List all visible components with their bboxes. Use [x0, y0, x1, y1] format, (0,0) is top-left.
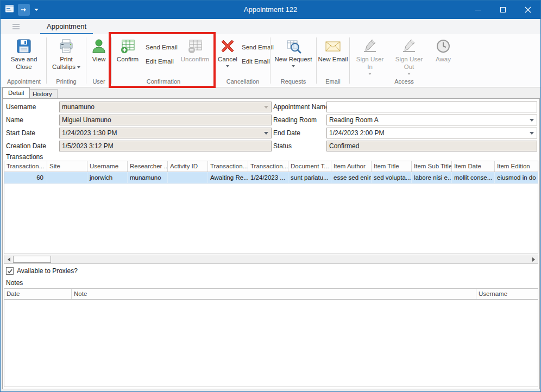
column-header[interactable]: Item Author	[331, 161, 372, 172]
end-date-combo[interactable]	[326, 128, 537, 138]
dropdown-arrow-icon	[368, 73, 372, 75]
dropdown-arrow-icon[interactable]	[34, 9, 39, 11]
column-header[interactable]: Activity ID	[168, 161, 208, 172]
combo-arrow-icon[interactable]	[530, 119, 534, 122]
sign-user-out-button[interactable]: Sign User Out	[390, 36, 428, 78]
column-header[interactable]: Transaction...	[208, 161, 248, 172]
username-combo[interactable]	[59, 102, 272, 112]
away-button[interactable]: Away	[431, 36, 455, 78]
window-bottom-edge	[1, 389, 540, 391]
confirm-button[interactable]: Confirm	[113, 36, 142, 78]
combo-arrow-icon[interactable]	[530, 132, 534, 135]
group-separator	[86, 37, 86, 84]
group-label-email: Email	[318, 78, 348, 87]
tab-detail[interactable]: Detail	[2, 87, 30, 98]
column-header[interactable]: Item Sub Title	[412, 161, 452, 172]
cell: sunt pariatu...	[288, 172, 331, 183]
group-separator	[111, 37, 112, 84]
close-button[interactable]	[515, 1, 540, 19]
appointment-name-label: Appointment Name	[273, 103, 329, 111]
cell: esse sed enim	[331, 172, 372, 183]
reading-room-label: Reading Room	[273, 116, 317, 124]
sign-user-in-button[interactable]: Sign User In	[353, 36, 387, 78]
ribbon-tab-row: Appointment	[1, 19, 540, 34]
scroll-left-icon	[8, 257, 10, 262]
reading-room-combo[interactable]	[326, 115, 537, 125]
column-header[interactable]: Username	[87, 161, 128, 172]
cancellation-send-email-button[interactable]: Send Email	[242, 44, 267, 50]
sign-user-out-icon	[400, 37, 418, 55]
sign-user-in-icon	[361, 37, 379, 55]
unconfirm-button[interactable]: Unconfirm	[178, 36, 212, 78]
cell: 1/24/2023 ...	[248, 172, 288, 183]
status-label: Status	[273, 142, 292, 150]
cell: mollit conse...	[452, 172, 495, 183]
cell: labore nisi e...	[412, 172, 452, 183]
transactions-grid: Transaction... Site Username Researcher …	[4, 161, 538, 254]
column-header[interactable]: Site	[47, 161, 87, 172]
transaction-row[interactable]: 60 jnorwich munamuno Awaiting Re... 1/24…	[4, 172, 538, 184]
print-callslips-button[interactable]: Print Callslips	[49, 36, 84, 78]
detail-panel: Username Appointment Name Name Reading R…	[2, 98, 540, 389]
column-header[interactable]: Date	[4, 289, 72, 299]
scroll-left-button[interactable]	[4, 255, 13, 263]
notes-section-label: Notes	[6, 279, 23, 287]
name-label: Name	[6, 116, 23, 124]
notes-grid: Date Note Username	[4, 288, 538, 387]
confirmation-send-email-button[interactable]: Send Email	[146, 44, 176, 50]
group-label-access: Access	[351, 78, 457, 87]
group-separator	[349, 37, 350, 84]
scroll-right-button[interactable]	[529, 255, 538, 263]
window-title: Appointment 122	[1, 1, 540, 19]
new-request-button[interactable]: New Request	[273, 36, 314, 78]
column-header[interactable]: Transaction...	[248, 161, 288, 172]
transactions-header-row: Transaction... Site Username Researcher …	[4, 161, 538, 172]
group-label-requests: Requests	[272, 78, 315, 87]
scroll-right-icon	[532, 257, 535, 262]
column-header[interactable]: Item Edition	[495, 161, 538, 172]
ribbon-group-confirmation: Confirm Send Email Edit Email Unconfirm …	[113, 36, 214, 87]
new-request-icon	[285, 37, 302, 55]
cancel-x-icon	[219, 37, 236, 55]
ribbon-menu-icon[interactable]	[12, 24, 20, 29]
view-tab-strip: Detail History	[1, 87, 540, 98]
cell: sed volupta...	[372, 172, 412, 183]
cancellation-edit-email-button[interactable]: Edit Email	[242, 58, 267, 65]
cell	[168, 172, 208, 183]
status-field[interactable]	[326, 141, 537, 151]
tab-history[interactable]: History	[27, 89, 58, 98]
view-user-button[interactable]: View	[88, 36, 110, 78]
dropdown-arrow-icon	[407, 73, 411, 75]
quick-launch-icon[interactable]	[18, 4, 30, 16]
notes-empty-area[interactable]	[4, 300, 538, 387]
column-header[interactable]: Document T...	[288, 161, 331, 172]
ribbon: Save and Close Appointment Print Callsli…	[1, 34, 540, 87]
new-email-button[interactable]: New Email	[318, 36, 348, 78]
column-header[interactable]: Item Date	[452, 161, 495, 172]
transactions-hscrollbar[interactable]	[4, 255, 538, 264]
notes-header-row: Date Note Username	[4, 289, 538, 300]
confirm-table-icon	[119, 37, 136, 55]
save-icon	[15, 37, 33, 55]
available-to-proxies-checkbox[interactable]	[6, 267, 14, 275]
group-label-confirmation: Confirmation	[113, 78, 214, 87]
column-header[interactable]: Item Title	[372, 161, 412, 172]
printer-icon	[58, 37, 75, 55]
name-field[interactable]	[59, 115, 272, 125]
column-header[interactable]: Researcher ...	[128, 161, 168, 172]
save-and-close-button[interactable]: Save and Close	[6, 36, 42, 78]
creation-date-field[interactable]	[59, 141, 272, 151]
combo-arrow-icon[interactable]	[264, 132, 268, 135]
confirmation-edit-email-button[interactable]: Edit Email	[146, 58, 176, 65]
scrollbar-thumb[interactable]	[13, 256, 51, 263]
combo-arrow-icon	[264, 106, 268, 109]
column-header[interactable]: Transaction...	[4, 161, 47, 172]
ribbon-tab-appointment[interactable]: Appointment	[40, 19, 93, 34]
column-header[interactable]: Username	[476, 289, 538, 299]
column-header[interactable]: Note	[72, 289, 476, 299]
appointment-name-field[interactable]	[326, 102, 537, 112]
cancel-button[interactable]: Cancel	[217, 36, 238, 78]
minimize-button[interactable]	[465, 1, 490, 19]
start-date-combo[interactable]	[59, 128, 272, 138]
maximize-button[interactable]	[490, 1, 515, 19]
